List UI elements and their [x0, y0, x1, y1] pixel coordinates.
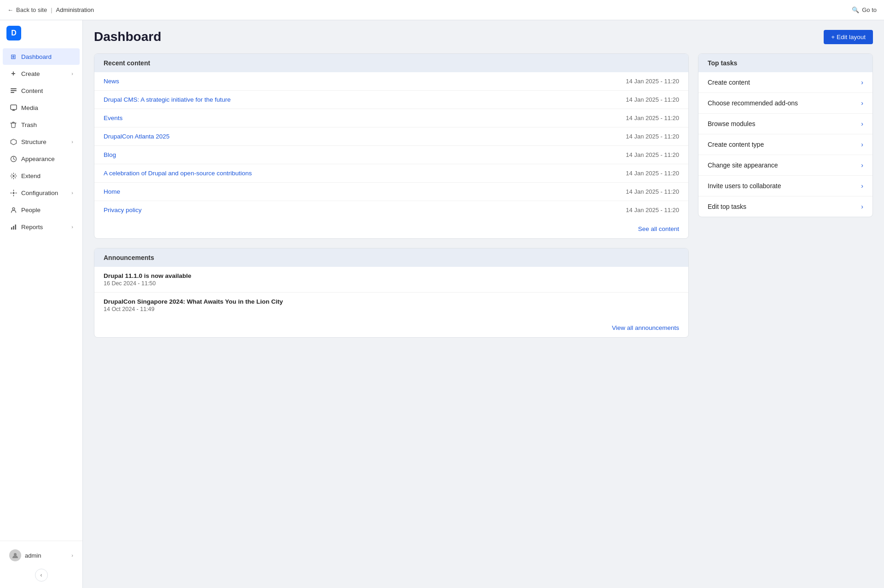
reports-icon: [9, 223, 17, 231]
sidebar-bottom: admin › ‹: [0, 541, 82, 588]
task-label: Invite users to collaborate: [708, 182, 861, 190]
sidebar-item-configuration[interactable]: Configuration ›: [3, 184, 80, 201]
svg-rect-10: [13, 226, 14, 230]
chevron-right-icon: ›: [71, 139, 73, 144]
back-to-site-label: Back to site: [16, 6, 47, 13]
content-link[interactable]: Drupal CMS: A strategic initiative for t…: [104, 96, 618, 103]
content-date: 14 Jan 2025 - 11:20: [626, 151, 679, 158]
content-date: 14 Jan 2025 - 11:20: [626, 78, 679, 85]
announcements-body: Drupal 11.1.0 is now available 16 Dec 20…: [94, 267, 688, 318]
main-layout: D ⊞ Dashboard + Create › Content: [0, 20, 884, 588]
chevron-right-icon: ›: [861, 99, 863, 107]
announcement-title: DrupalCon Singapore 2024: What Awaits Yo…: [104, 298, 679, 305]
task-item[interactable]: Create content ›: [698, 72, 872, 93]
sidebar-item-create[interactable]: + Create ›: [3, 65, 80, 82]
task-item[interactable]: Edit top tasks ›: [698, 196, 872, 217]
sidebar-item-extend[interactable]: Extend: [3, 167, 80, 184]
table-row: Blog 14 Jan 2025 - 11:20: [94, 146, 688, 164]
table-row: News 14 Jan 2025 - 11:20: [94, 72, 688, 91]
sidebar-item-media[interactable]: Media: [3, 99, 80, 116]
chevron-right-icon: ›: [861, 182, 863, 190]
sidebar-item-structure[interactable]: Structure ›: [3, 133, 80, 150]
back-arrow-icon: ←: [7, 6, 13, 13]
sidebar-item-dashboard[interactable]: ⊞ Dashboard: [3, 48, 80, 65]
task-label: Create content type: [708, 141, 861, 148]
configuration-icon: [9, 189, 17, 197]
svg-point-7: [12, 192, 14, 194]
admin-chevron-icon: ›: [71, 553, 73, 558]
extend-icon: [9, 172, 17, 180]
content-link[interactable]: Events: [104, 115, 618, 121]
sidebar-item-label: People: [21, 207, 73, 213]
sidebar-item-reports[interactable]: Reports ›: [3, 219, 80, 235]
admin-name-label: admin: [25, 552, 68, 559]
content-link[interactable]: Home: [104, 188, 618, 195]
announcements-card: Announcements Drupal 11.1.0 is now avail…: [94, 248, 689, 338]
view-all-announcements-link[interactable]: View all announcements: [612, 324, 679, 331]
svg-marker-4: [11, 139, 16, 144]
page-header: Dashboard + Edit layout: [94, 29, 873, 44]
sidebar-item-trash[interactable]: Trash: [3, 116, 80, 133]
sidebar-item-label: Trash: [21, 121, 73, 128]
table-row: Home 14 Jan 2025 - 11:20: [94, 183, 688, 201]
sidebar-item-label: Media: [21, 104, 73, 111]
sidebar-item-label: Content: [21, 87, 73, 94]
task-item[interactable]: Choose recommended add-ons ›: [698, 93, 872, 114]
edit-layout-button[interactable]: + Edit layout: [824, 30, 873, 44]
content-date: 14 Jan 2025 - 11:20: [626, 133, 679, 140]
content-date: 14 Jan 2025 - 11:20: [626, 96, 679, 103]
back-to-site-link[interactable]: ← Back to site: [7, 6, 47, 13]
top-tasks-body: Create content › Choose recommended add-…: [698, 72, 872, 217]
topbar-divider: |: [51, 6, 52, 13]
svg-point-6: [12, 175, 14, 177]
task-label: Browse modules: [708, 120, 861, 127]
content-link[interactable]: DrupalCon Atlanta 2025: [104, 133, 618, 140]
topbar: ← Back to site | Administration 🔍 Go to: [0, 0, 884, 20]
content-icon: [9, 86, 17, 95]
svg-point-8: [12, 208, 15, 210]
sidebar-item-label: Dashboard: [21, 53, 73, 60]
table-row: DrupalCon Atlanta 2025 14 Jan 2025 - 11:…: [94, 127, 688, 146]
top-tasks-header: Top tasks: [698, 54, 872, 72]
recent-content-body: News 14 Jan 2025 - 11:20 Drupal CMS: A s…: [94, 72, 688, 219]
task-item[interactable]: Create content type ›: [698, 134, 872, 155]
chevron-right-icon: ›: [71, 224, 73, 230]
list-item: Drupal 11.1.0 is now available 16 Dec 20…: [94, 267, 688, 293]
chevron-right-icon: ›: [861, 120, 863, 127]
content-area: Dashboard + Edit layout Recent content N…: [83, 20, 884, 588]
recent-content-header: Recent content: [94, 54, 688, 72]
content-date: 14 Jan 2025 - 11:20: [626, 207, 679, 213]
announcement-title: Drupal 11.1.0 is now available: [104, 272, 679, 279]
content-link[interactable]: Blog: [104, 151, 618, 158]
svg-rect-3: [11, 105, 17, 110]
table-row: Privacy policy 14 Jan 2025 - 11:20: [94, 201, 688, 219]
admin-user-button[interactable]: admin ›: [3, 545, 80, 566]
sidebar-item-people[interactable]: People: [3, 202, 80, 218]
sidebar-item-label: Structure: [21, 138, 68, 145]
chevron-right-icon: ›: [861, 203, 863, 210]
sidebar-item-appearance[interactable]: Appearance: [3, 150, 80, 167]
announcements-footer: View all announcements: [94, 318, 688, 337]
task-label: Choose recommended add-ons: [708, 99, 861, 107]
content-link[interactable]: News: [104, 78, 618, 85]
sidebar-item-label: Configuration: [21, 190, 68, 196]
structure-icon: [9, 138, 17, 146]
task-item[interactable]: Change site appearance ›: [698, 155, 872, 176]
dashboard-left: Recent content News 14 Jan 2025 - 11:20 …: [94, 53, 689, 338]
sidebar-item-label: Create: [21, 70, 68, 77]
people-icon: [9, 206, 17, 214]
sidebar-collapse-button[interactable]: ‹: [35, 569, 48, 582]
sidebar-item-label: Reports: [21, 224, 68, 231]
task-label: Edit top tasks: [708, 203, 861, 210]
svg-rect-11: [15, 225, 16, 230]
goto-button[interactable]: 🔍 Go to: [852, 6, 877, 13]
table-row: A celebration of Drupal and open-source …: [94, 164, 688, 183]
content-link[interactable]: Privacy policy: [104, 207, 618, 213]
see-all-content-link[interactable]: See all content: [638, 225, 679, 232]
svg-rect-2: [11, 92, 14, 93]
content-link[interactable]: A celebration of Drupal and open-source …: [104, 170, 618, 177]
task-item[interactable]: Invite users to collaborate ›: [698, 176, 872, 196]
content-date: 14 Jan 2025 - 11:20: [626, 188, 679, 195]
sidebar-item-content[interactable]: Content: [3, 82, 80, 99]
task-item[interactable]: Browse modules ›: [698, 114, 872, 134]
